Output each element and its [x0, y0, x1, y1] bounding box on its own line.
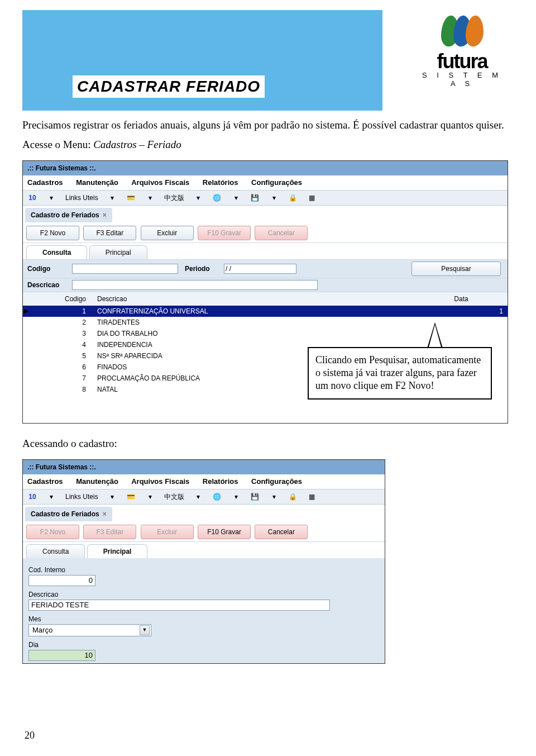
- descricao-input[interactable]: [72, 280, 318, 290]
- card-icon[interactable]: 💳: [126, 492, 136, 501]
- codigo-label: Codigo: [27, 264, 72, 274]
- cod-interno-label: Cod. Interno: [28, 565, 379, 575]
- cancelar-button[interactable]: Cancelar: [255, 226, 308, 240]
- window-title: .:: Futura Sistemas ::.: [23, 460, 385, 474]
- dia-label: Dia: [28, 640, 379, 650]
- grid-header: Codigo Descricao Data: [23, 292, 508, 306]
- card-icon[interactable]: 💳: [126, 193, 136, 202]
- dropdown-icon[interactable]: ▾: [231, 492, 241, 501]
- cjk-label[interactable]: 中文版: [164, 193, 184, 203]
- dropdown-icon[interactable]: ▾: [231, 193, 241, 202]
- lock-icon[interactable]: 🔒: [288, 193, 298, 202]
- row-marker-icon: ▶: [24, 306, 28, 316]
- gravar-button[interactable]: F10 Gravar: [198, 226, 251, 240]
- ten-icon[interactable]: 10: [27, 193, 37, 202]
- menu-cadastros[interactable]: Cadastros: [27, 477, 63, 486]
- dropdown-icon[interactable]: ▾: [107, 492, 117, 501]
- action-buttons-row: F2 Novo F3 Editar Excluir F10 Gravar Can…: [23, 222, 508, 243]
- periodo-input[interactable]: [224, 264, 296, 274]
- menu-relatorios[interactable]: Relatórios: [203, 477, 238, 486]
- dropdown-icon[interactable]: ▾: [46, 193, 56, 202]
- subtab-principal[interactable]: Principal: [89, 245, 147, 259]
- screenshot-form: .:: Futura Sistemas ::. Cadastros Manute…: [22, 459, 385, 664]
- chevron-down-icon[interactable]: ▼: [140, 625, 150, 635]
- tab-cadastro-feriados[interactable]: Cadastro de Feriados×: [25, 507, 112, 521]
- excluir-button[interactable]: Excluir: [141, 525, 194, 539]
- dropdown-icon[interactable]: ▾: [46, 492, 56, 501]
- subtab-consulta[interactable]: Consulta: [26, 245, 87, 259]
- menu-cadastros[interactable]: Cadastros: [27, 178, 63, 187]
- save-icon[interactable]: 💾: [250, 193, 260, 202]
- callout-tail-icon: [427, 322, 443, 348]
- novo-button[interactable]: F2 Novo: [26, 525, 79, 539]
- globe-icon[interactable]: 🌐: [212, 492, 222, 501]
- subtab-principal[interactable]: Principal: [87, 544, 148, 558]
- menu-bar: Cadastros Manutenção Arquivos Fiscais Re…: [23, 175, 508, 191]
- menu-configuracoes[interactable]: Configurações: [251, 477, 302, 486]
- tab-cadastro-feriados[interactable]: Cadastro de Feriados×: [25, 208, 112, 222]
- links-uteis[interactable]: Links Uteis: [65, 492, 98, 502]
- dropdown-icon[interactable]: ▾: [193, 193, 203, 202]
- dropdown-icon[interactable]: ▾: [145, 193, 155, 202]
- action-buttons-row: F2 Novo F3 Editar Excluir F10 Gravar Can…: [23, 521, 385, 542]
- dia-input[interactable]: [28, 650, 95, 661]
- grid-header-descricao: Descricao: [97, 294, 419, 304]
- descricao-label: Descricao: [27, 280, 72, 290]
- novo-button[interactable]: F2 Novo: [26, 226, 79, 240]
- ten-icon[interactable]: 10: [27, 492, 37, 501]
- dropdown-icon[interactable]: ▾: [107, 193, 117, 202]
- mes-value: Março: [32, 625, 52, 636]
- pesquisar-button[interactable]: Pesquisar: [411, 261, 501, 276]
- mes-select[interactable]: Março ▼: [28, 624, 151, 636]
- dropdown-icon[interactable]: ▾: [269, 193, 279, 202]
- excluir-button[interactable]: Excluir: [141, 226, 194, 240]
- callout-box: Clicando em Pesquisar, automaticamente o…: [308, 347, 492, 400]
- menu-manutencao[interactable]: Manutenção: [76, 477, 118, 486]
- menu-bar: Cadastros Manutenção Arquivos Fiscais Re…: [23, 474, 385, 489]
- screenshot-consulta: .:: Futura Sistemas ::. Cadastros Manute…: [22, 160, 508, 424]
- menu-configuracoes[interactable]: Configurações: [251, 178, 302, 187]
- section2-title: Acessando o cadastro:: [22, 436, 514, 452]
- codigo-input[interactable]: [72, 264, 178, 274]
- gravar-button[interactable]: F10 Gravar: [198, 525, 251, 539]
- menu-manutencao[interactable]: Manutenção: [76, 178, 118, 187]
- grid-icon[interactable]: ▦: [307, 492, 317, 501]
- subtabs: Consulta Principal: [23, 542, 385, 558]
- subtabs: Consulta Principal: [23, 243, 508, 259]
- close-icon[interactable]: ×: [103, 211, 107, 219]
- window-title: .:: Futura Sistemas ::.: [23, 161, 508, 175]
- grid-header-data: Data: [419, 294, 503, 304]
- editar-button[interactable]: F3 Editar: [83, 525, 136, 539]
- subtab-consulta[interactable]: Consulta: [26, 544, 85, 558]
- close-icon[interactable]: ×: [103, 510, 107, 518]
- periodo-label: Periodo: [185, 264, 224, 274]
- toolbar: 10 ▾ Links Uteis ▾ 💳 ▾ 中文版 ▾ 🌐 ▾ 💾 ▾ 🔒 ▦: [23, 489, 385, 505]
- globe-icon[interactable]: 🌐: [212, 193, 222, 202]
- cancelar-button[interactable]: Cancelar: [255, 525, 308, 539]
- editar-button[interactable]: F3 Editar: [83, 226, 136, 240]
- intro-paragraph: Precisamos registrar os feriados anuais,…: [22, 117, 514, 134]
- menu-arquivos-fiscais[interactable]: Arquivos Fiscais: [131, 477, 189, 486]
- toolbar: 10 ▾ Links Uteis ▾ 💳 ▾ 中文版 ▾ 🌐 ▾ 💾 ▾ 🔒 ▦: [23, 191, 508, 206]
- cod-interno-input[interactable]: [28, 575, 95, 586]
- mes-label: Mes: [28, 614, 379, 624]
- grid-icon[interactable]: ▦: [307, 193, 317, 202]
- dropdown-icon[interactable]: ▾: [145, 492, 155, 501]
- menu-path: Acesse o Menu: Cadastros – Feriado: [22, 137, 514, 153]
- grid-body: ▶ 1 CONFRATERNIZAÇÃO UNIVERSAL 1 2 TIRAD…: [23, 306, 508, 423]
- menu-arquivos-fiscais[interactable]: Arquivos Fiscais: [131, 178, 189, 187]
- save-icon[interactable]: 💾: [250, 492, 260, 501]
- grid-header-codigo: Codigo: [27, 294, 97, 304]
- descricao-input[interactable]: [28, 600, 330, 611]
- dropdown-icon[interactable]: ▾: [269, 492, 279, 501]
- cjk-label[interactable]: 中文版: [164, 492, 184, 502]
- menu-relatorios[interactable]: Relatórios: [203, 178, 238, 187]
- links-uteis[interactable]: Links Uteis: [65, 193, 98, 203]
- table-row[interactable]: 1 CONFRATERNIZAÇÃO UNIVERSAL 1: [23, 306, 508, 317]
- dropdown-icon[interactable]: ▾: [193, 492, 203, 501]
- page-number: 20: [25, 730, 35, 741]
- descricao-label: Descricao: [28, 589, 379, 600]
- lock-icon[interactable]: 🔒: [288, 492, 298, 501]
